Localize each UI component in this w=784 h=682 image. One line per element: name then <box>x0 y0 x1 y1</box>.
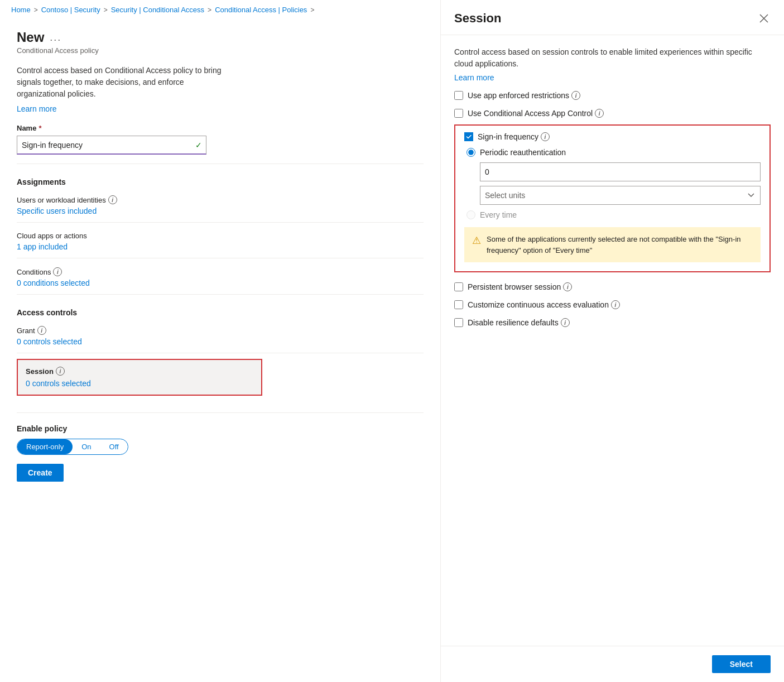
grant-section: Grant i 0 controls selected <box>17 326 424 346</box>
every-time-radio[interactable] <box>466 210 475 219</box>
select-units-dropdown[interactable]: Select units Hours Days <box>480 186 761 205</box>
breadcrumb-contoso[interactable]: Contoso | Security <box>41 6 100 14</box>
persistent-browser-row: Persistent browser session i <box>454 282 771 291</box>
breadcrumb-policies[interactable]: Conditional Access | Policies <box>215 6 307 14</box>
ca-app-control-row: Use Conditional Access App Control i <box>454 109 771 118</box>
warning-icon: ⚠ <box>472 234 481 247</box>
more-options-button[interactable]: ... <box>50 32 61 44</box>
signin-freq-header: Sign-in frequency i <box>464 132 761 141</box>
signin-freq-options: Periodic reauthentication Select units H… <box>466 148 761 219</box>
main-content: New ... Conditional Access policy Contro… <box>0 18 440 682</box>
create-button[interactable]: Create <box>17 464 64 482</box>
signin-freq-box: Sign-in frequency i Periodic reauthentic… <box>454 124 771 272</box>
customize-cae-info-icon[interactable]: i <box>611 300 620 309</box>
app-enforced-info-icon[interactable]: i <box>571 91 580 100</box>
session-box[interactable]: Session i 0 controls selected <box>17 359 262 396</box>
breadcrumb-sep-3: > <box>208 6 211 14</box>
conditions-info-icon[interactable]: i <box>53 267 62 276</box>
ca-app-control-label: Use Conditional Access App Control i <box>468 109 604 118</box>
every-time-label: Every time <box>480 210 517 219</box>
persistent-browser-label: Persistent browser session i <box>468 282 572 291</box>
breadcrumb: Home > Contoso | Security > Security | C… <box>0 0 440 18</box>
conditions-label: Conditions i <box>17 267 424 276</box>
enable-policy-section: Enable policy Report-only On Off Create <box>17 412 424 482</box>
breadcrumb-home[interactable]: Home <box>11 6 31 14</box>
toggle-off[interactable]: Off <box>100 439 128 454</box>
persistent-browser-info-icon[interactable]: i <box>563 282 572 291</box>
grant-value-link[interactable]: 0 controls selected <box>17 337 82 346</box>
left-panel: Home > Contoso | Security > Security | C… <box>0 0 441 682</box>
panel-learn-more-link[interactable]: Learn more <box>454 73 494 82</box>
users-value-link[interactable]: Specific users included <box>17 206 97 215</box>
app-enforced-checkbox[interactable] <box>454 91 463 100</box>
signin-freq-info-icon[interactable]: i <box>541 132 550 141</box>
ca-app-control-checkbox[interactable] <box>454 109 463 118</box>
ca-app-control-info-icon[interactable]: i <box>595 109 604 118</box>
name-label: Name * <box>17 124 424 132</box>
session-info-icon[interactable]: i <box>56 367 65 376</box>
session-box-title: Session i <box>26 367 253 376</box>
persistent-browser-checkbox[interactable] <box>454 282 463 291</box>
disable-resilience-info-icon[interactable]: i <box>561 318 570 327</box>
disable-resilience-label: Disable resilience defaults i <box>468 318 570 327</box>
page-title: New <box>17 30 44 45</box>
name-field-group: Name * ✓ <box>17 124 424 155</box>
panel-footer: Select <box>441 646 784 682</box>
grant-label: Grant i <box>17 326 424 335</box>
every-time-row: Every time <box>466 210 761 219</box>
assignments-label: Assignments <box>17 177 424 186</box>
cloud-apps-value-link[interactable]: 1 app included <box>17 242 68 251</box>
enable-policy-label: Enable policy <box>17 424 424 433</box>
toggle-report-only[interactable]: Report-only <box>17 439 73 454</box>
signin-freq-label: Sign-in frequency i <box>478 132 550 141</box>
close-button[interactable] <box>757 12 771 25</box>
customize-cae-checkbox[interactable] <box>454 300 463 309</box>
name-input-wrapper: ✓ <box>17 136 206 155</box>
conditions-section: Conditions i 0 conditions selected <box>17 267 424 287</box>
breadcrumb-sep-2: > <box>104 6 108 14</box>
breadcrumb-sep-1: > <box>34 6 38 14</box>
disable-resilience-row: Disable resilience defaults i <box>454 318 771 327</box>
checkmark-icon: ✓ <box>195 141 202 150</box>
access-controls-label: Access controls <box>17 308 424 317</box>
required-indicator: * <box>39 124 41 132</box>
breadcrumb-sep-4: > <box>310 6 314 14</box>
users-label: Users or workload identities i <box>17 195 424 204</box>
page-subtitle: Conditional Access policy <box>17 46 424 55</box>
cloud-apps-label: Cloud apps or actions <box>17 232 424 240</box>
warning-text: Some of the applications currently selec… <box>487 234 753 256</box>
panel-title: Session <box>454 11 501 26</box>
name-input[interactable] <box>17 136 206 155</box>
users-section: Users or workload identities i Specific … <box>17 195 424 215</box>
panel-header: Session <box>441 0 784 35</box>
toggle-on[interactable]: On <box>73 439 100 454</box>
panel-body: Control access based on session controls… <box>441 35 784 646</box>
breadcrumb-security-ca[interactable]: Security | Conditional Access <box>111 6 204 14</box>
select-button[interactable]: Select <box>712 655 771 673</box>
customize-cae-row: Customize continuous access evaluation i <box>454 300 771 309</box>
cloud-apps-section: Cloud apps or actions 1 app included <box>17 232 424 251</box>
session-value-link[interactable]: 0 controls selected <box>26 379 91 388</box>
app-enforced-row: Use app enforced restrictions i <box>454 91 771 100</box>
right-panel: Session Control access based on session … <box>441 0 784 682</box>
warning-box: ⚠ Some of the applications currently sel… <box>464 227 761 262</box>
grant-info-icon[interactable]: i <box>37 326 46 335</box>
page-description: Control access based on Conditional Acce… <box>17 65 229 115</box>
periodic-reauth-label: Periodic reauthentication <box>480 148 566 157</box>
periodic-reauth-row: Periodic reauthentication <box>466 148 761 157</box>
users-info-icon[interactable]: i <box>108 195 117 204</box>
learn-more-link[interactable]: Learn more <box>17 103 229 115</box>
disable-resilience-checkbox[interactable] <box>454 318 463 327</box>
app-enforced-label: Use app enforced restrictions i <box>468 91 580 100</box>
conditions-value-link[interactable]: 0 conditions selected <box>17 278 90 287</box>
frequency-number-input[interactable] <box>480 162 761 181</box>
enable-policy-toggle[interactable]: Report-only On Off <box>17 439 128 455</box>
panel-description: Control access based on session controls… <box>454 46 771 70</box>
customize-cae-label: Customize continuous access evaluation i <box>468 300 620 309</box>
signin-freq-checkbox[interactable] <box>464 132 473 141</box>
periodic-reauth-radio[interactable] <box>466 148 475 157</box>
